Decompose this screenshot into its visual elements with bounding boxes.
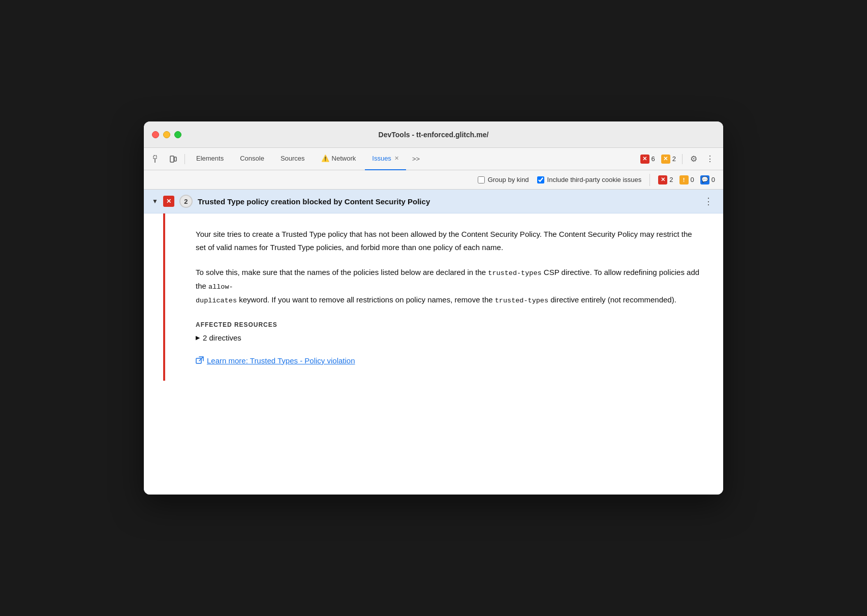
devtools-window: DevTools - tt-enforced.glitch.me/ Elemen… [144, 121, 723, 495]
group-by-kind-label[interactable]: Group by kind [478, 176, 529, 183]
toolbar-divider-1 [184, 154, 185, 164]
issue-body: Your site tries to create a Trusted Type… [163, 213, 723, 381]
settings-icon[interactable]: ⚙ [687, 152, 701, 166]
issues-bar-left: Group by kind Include third-party cookie… [478, 176, 642, 183]
issue-type-badge: ✕ [163, 196, 174, 207]
tab-issues[interactable]: Issues ✕ [365, 148, 406, 170]
toolbar-divider-2 [682, 154, 683, 164]
affected-resources-title: AFFECTED RESOURCES [196, 321, 703, 328]
titlebar: DevTools - tt-enforced.glitch.me/ [144, 121, 723, 148]
issues-counts: ✕ 2 ! 0 💬 0 [658, 175, 715, 184]
tab-console[interactable]: Console [233, 148, 271, 170]
more-tabs-button[interactable]: >> [408, 155, 424, 163]
issues-tab-close[interactable]: ✕ [394, 155, 399, 162]
external-link-icon [196, 356, 204, 364]
affected-resources: AFFECTED RESOURCES ▶ 2 directives [196, 321, 703, 342]
minimize-button[interactable] [163, 131, 170, 138]
main-content: ▼ ✕ 2 Trusted Type policy creation block… [144, 190, 723, 495]
issue-more-options-icon[interactable]: ⋮ [702, 196, 715, 207]
close-button[interactable] [152, 131, 159, 138]
inspector-icon[interactable] [150, 152, 164, 166]
issue-error-count: ✕ 2 [658, 175, 673, 184]
svg-rect-2 [170, 156, 174, 162]
directives-toggle[interactable]: ▶ 2 directives [196, 333, 703, 342]
error-badge-icon: ✕ [640, 155, 649, 164]
issue-title: Trusted Type policy creation blocked by … [198, 197, 697, 206]
toolbar: Elements Console Sources ⚠️ Network Issu… [144, 148, 723, 170]
warning-count: 2 [672, 155, 676, 163]
more-options-icon[interactable]: ⋮ [703, 152, 717, 166]
device-icon[interactable] [166, 152, 180, 166]
window-title: DevTools - tt-enforced.glitch.me/ [379, 131, 489, 139]
error-badge: ✕ 6 [640, 155, 655, 164]
issues-separator [649, 174, 650, 186]
issue-header[interactable]: ▼ ✕ 2 Trusted Type policy creation block… [144, 190, 723, 213]
svg-rect-0 [153, 156, 157, 159]
issue-warning-icon: ! [679, 175, 689, 184]
svg-rect-3 [174, 157, 176, 161]
tab-network[interactable]: ⚠️ Network [314, 148, 363, 170]
network-warning-icon: ⚠️ [321, 155, 329, 162]
error-count: 6 [652, 155, 655, 163]
issue-count-badge: 2 [179, 195, 193, 208]
maximize-button[interactable] [174, 131, 181, 138]
chevron-down-icon[interactable]: ▼ [152, 198, 158, 205]
traffic-lights [152, 131, 181, 138]
chevron-right-icon: ▶ [196, 334, 200, 341]
tab-elements[interactable]: Elements [189, 148, 231, 170]
include-third-party-checkbox[interactable] [537, 176, 544, 183]
issue-error-icon: ✕ [658, 175, 667, 184]
issue-solution: To solve this, make sure that the names … [196, 266, 703, 307]
issue-description: Your site tries to create a Trusted Type… [196, 228, 703, 254]
warning-badge-icon: ✕ [661, 155, 670, 164]
tab-sources[interactable]: Sources [273, 148, 312, 170]
warning-badge: ✕ 2 [661, 155, 676, 164]
learn-more-link[interactable]: Learn more: Trusted Types - Policy viola… [196, 356, 355, 365]
issues-bar: Group by kind Include third-party cookie… [144, 170, 723, 190]
issue-info-icon: 💬 [700, 175, 709, 184]
issue-info-count: 💬 0 [700, 175, 715, 184]
issue-warning-count: ! 0 [679, 175, 694, 184]
group-by-kind-checkbox[interactable] [478, 176, 485, 183]
include-third-party-label[interactable]: Include third-party cookie issues [537, 176, 642, 183]
